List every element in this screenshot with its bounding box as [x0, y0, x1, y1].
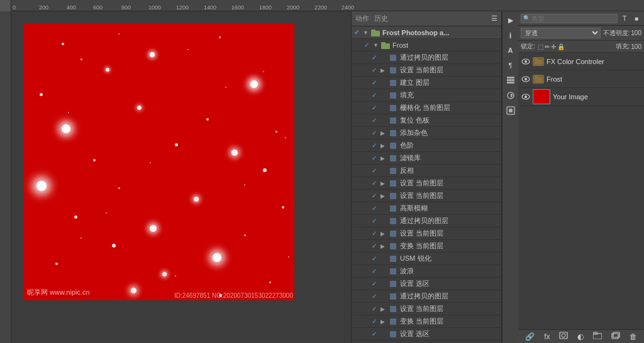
- check-icon: ✓: [372, 142, 380, 149]
- ruler-tick-2000: 2000: [287, 4, 299, 11]
- action-item-22[interactable]: ✓ ▶ 变换 当前图层: [352, 315, 501, 328]
- svg-rect-11: [390, 143, 396, 149]
- fill-value[interactable]: 100: [631, 43, 641, 50]
- action-item-12[interactable]: ✓ ▶ 设置 当前图层: [352, 190, 501, 202]
- action-item-23[interactable]: ✓ 设置 选区: [352, 328, 501, 340]
- action-step-icon: [388, 154, 398, 163]
- action-item-8[interactable]: ✓ ▶ 色阶: [352, 139, 501, 152]
- action-label: 设置 当前图层: [400, 304, 499, 313]
- color-filter-icon[interactable]: ■: [631, 13, 641, 23]
- check-icon: ✓: [372, 305, 380, 312]
- search-icon: 🔍: [523, 15, 530, 21]
- layer-item-your-image[interactable]: Your Image: [518, 88, 644, 106]
- lock-all-icon[interactable]: 🔒: [557, 43, 565, 50]
- action-item-6[interactable]: ✓ 复位 色板: [352, 114, 501, 127]
- new-adjustment-icon[interactable]: ◐: [577, 332, 584, 341]
- action-label: 设置 选区: [400, 279, 499, 288]
- action-item-13[interactable]: ✓ 高斯模糊: [352, 202, 501, 215]
- action-item-16[interactable]: ✓ ▶ 变换 当前图层: [352, 240, 501, 253]
- blend-mode-select[interactable]: 穿透: [521, 28, 601, 38]
- text-filter-icon[interactable]: T: [619, 13, 630, 23]
- lock-transparent-icon[interactable]: ⬚: [538, 43, 543, 50]
- action-item-21[interactable]: ✓ ▶ 设置 当前图层: [352, 303, 501, 315]
- action-item-5[interactable]: ✓ 栅格化 当前图层: [352, 102, 501, 114]
- ruler-tick-0: 0: [13, 4, 16, 11]
- new-group-icon[interactable]: [593, 332, 602, 341]
- action-group-frost-photoshop[interactable]: ✓ ▼ Frost Photoshop a...: [352, 26, 501, 39]
- action-label: 变换 当前图层: [400, 317, 499, 326]
- layer-name: Your Image: [553, 93, 641, 101]
- svg-rect-40: [535, 76, 538, 78]
- svg-rect-39: [535, 77, 542, 82]
- check-icon: ✓: [372, 117, 380, 124]
- actions-header: 动作 历史 ☰: [352, 11, 501, 26]
- action-item-15[interactable]: ✓ ▶ 设置 当前图层: [352, 227, 501, 240]
- action-label: 添加杂色: [400, 128, 499, 138]
- action-item-9[interactable]: ✓ ▶ 滤镜库: [352, 152, 501, 165]
- actions-menu-icon[interactable]: ☰: [491, 14, 497, 23]
- eye-icon[interactable]: [521, 92, 531, 102]
- action-item-20[interactable]: ✓ 通过拷贝的图层: [352, 290, 501, 303]
- check-icon: ✓: [372, 268, 380, 275]
- canvas-area[interactable]: 昵享网 www.nipic.cn ID:24697851 NO:20200730…: [11, 11, 351, 343]
- action-item-10[interactable]: ✓ 反相: [352, 165, 501, 177]
- action-item-7[interactable]: ✓ ▶ 添加杂色: [352, 127, 501, 139]
- play-icon[interactable]: ▶: [504, 14, 517, 26]
- mask-icon[interactable]: [504, 104, 517, 117]
- new-layer-icon[interactable]: [611, 332, 620, 341]
- search-container: 🔍: [521, 14, 618, 23]
- action-step-icon: [388, 204, 398, 213]
- action-item-11[interactable]: ✓ ▶ 设置 当前图层: [352, 177, 501, 190]
- add-style-icon[interactable]: fx: [544, 332, 550, 341]
- layers-icon[interactable]: [504, 74, 517, 87]
- layers-filter-bar: 🔍 T ■: [518, 11, 644, 26]
- search-input[interactable]: [531, 15, 569, 22]
- action-step-icon: [388, 192, 398, 200]
- svg-rect-7: [390, 92, 396, 99]
- info-icon[interactable]: i: [504, 29, 517, 41]
- action-item-2[interactable]: ✓ ▶ 设置 当前图层: [352, 64, 501, 77]
- opacity-value[interactable]: 100: [631, 30, 641, 36]
- eye-icon[interactable]: [521, 57, 531, 67]
- layer-item-fx-color[interactable]: FX Color Controler: [518, 53, 644, 70]
- lock-image-icon[interactable]: ✏: [545, 43, 550, 50]
- delete-layer-icon[interactable]: 🗑: [630, 332, 637, 341]
- action-label: 变换 当前图层: [400, 241, 499, 251]
- svg-rect-13: [390, 168, 396, 174]
- action-step-icon: [388, 217, 398, 226]
- adjustments-icon[interactable]: [504, 89, 517, 102]
- link-layers-icon[interactable]: 🔗: [525, 332, 535, 341]
- add-mask-icon[interactable]: [559, 332, 568, 341]
- canvas-watermark: 昵享网 www.nipic.cn: [27, 288, 90, 297]
- action-label: 设置 当前图层: [400, 178, 499, 188]
- svg-rect-24: [390, 306, 396, 312]
- text-icon[interactable]: A: [504, 44, 517, 57]
- eye-icon[interactable]: [521, 74, 531, 84]
- action-item-3[interactable]: ✓ 建立 图层: [352, 77, 501, 89]
- chevron-right-icon: ▶: [380, 180, 388, 187]
- check-icon: ✓: [372, 192, 380, 199]
- ruler-tick-1400: 1400: [204, 4, 216, 11]
- ruler-tick-1800: 1800: [259, 4, 272, 11]
- action-item-4[interactable]: ✓ 填充: [352, 89, 501, 102]
- chevron-right-icon: ▶: [380, 67, 388, 74]
- check-icon: ✓: [372, 318, 380, 325]
- svg-rect-35: [535, 60, 542, 65]
- ruler-tick-1600: 1600: [231, 4, 244, 11]
- action-item-18[interactable]: ✓ 波浪: [352, 265, 501, 278]
- action-step-icon: [388, 91, 398, 100]
- layer-item-frost[interactable]: Frost: [518, 70, 644, 88]
- action-step-icon: [388, 79, 398, 87]
- action-item-1[interactable]: ✓ 通过拷贝的图层: [352, 52, 501, 64]
- action-item-14[interactable]: ✓ 通过拷贝的图层: [352, 215, 501, 227]
- action-item-17[interactable]: ✓ USM 锐化: [352, 253, 501, 265]
- check-icon: ✓: [364, 41, 373, 48]
- svg-rect-16: [390, 205, 396, 212]
- action-step-icon: [388, 129, 398, 138]
- action-item-19[interactable]: ✓ 设置 选区: [352, 278, 501, 290]
- main-content: 昵享网 www.nipic.cn ID:24697851 NO:20200730…: [0, 11, 644, 343]
- action-subgroup-frost[interactable]: ✓ ▼ Frost: [352, 39, 501, 52]
- check-icon: ✓: [372, 230, 380, 237]
- paragraph-icon[interactable]: ¶: [504, 59, 517, 72]
- lock-position-icon[interactable]: ✛: [551, 43, 556, 50]
